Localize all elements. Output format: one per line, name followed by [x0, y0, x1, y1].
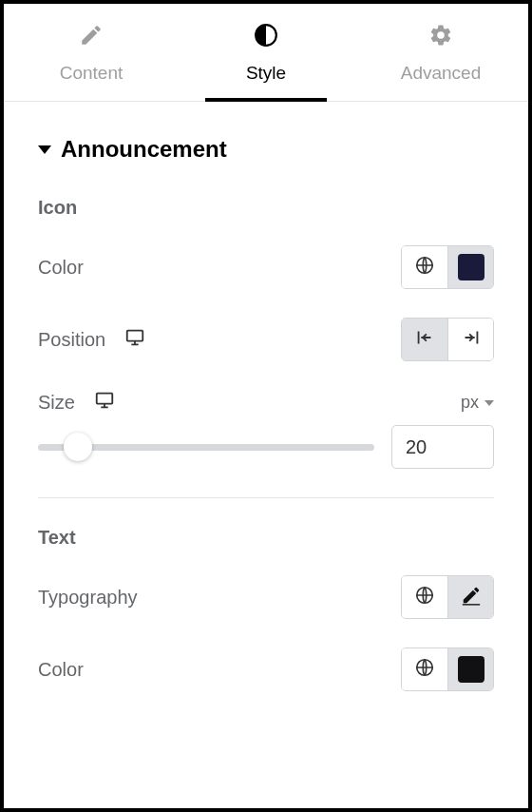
icon-group-label: Icon [38, 197, 494, 219]
position-right-button[interactable] [447, 319, 493, 360]
typography-global-button[interactable] [402, 576, 447, 618]
text-color-global-button[interactable] [402, 648, 447, 690]
text-color-swatch[interactable] [447, 648, 493, 690]
chevron-down-icon [484, 400, 494, 406]
globe-icon [414, 585, 435, 609]
tab-style[interactable]: Style [179, 4, 353, 101]
section-announcement-header[interactable]: Announcement [38, 136, 494, 163]
size-unit-select[interactable]: px [461, 393, 494, 413]
align-right-icon [461, 327, 482, 352]
tab-label: Style [246, 63, 286, 84]
tab-label: Content [60, 63, 124, 84]
globe-icon [414, 255, 435, 280]
svg-rect-2 [127, 330, 143, 340]
size-slider[interactable] [38, 444, 374, 451]
global-color-button[interactable] [402, 246, 447, 288]
typography-label: Typography [38, 587, 138, 609]
globe-icon [414, 657, 435, 682]
typography-edit-button[interactable] [447, 576, 493, 618]
pencil-icon [79, 23, 104, 51]
svg-rect-3 [97, 394, 113, 404]
divider [38, 497, 494, 498]
tab-label: Advanced [401, 63, 482, 84]
caret-down-icon [38, 145, 51, 154]
half-circle-icon [254, 23, 278, 51]
gear-icon [428, 23, 453, 51]
pencil-icon [461, 585, 482, 609]
color-swatch [458, 254, 484, 280]
desktop-icon[interactable] [94, 390, 115, 416]
icon-size-label: Size [38, 392, 75, 414]
text-group-label: Text [38, 527, 494, 549]
tab-content[interactable]: Content [4, 4, 179, 101]
unit-label: px [461, 393, 479, 413]
text-color-label: Color [38, 659, 84, 681]
position-left-button[interactable] [402, 319, 447, 360]
section-title: Announcement [61, 136, 227, 163]
icon-position-label: Position [38, 329, 105, 351]
icon-color-label: Color [38, 257, 84, 279]
size-input[interactable] [391, 425, 494, 469]
align-left-icon [414, 327, 435, 352]
color-swatch [458, 656, 484, 683]
tab-advanced[interactable]: Advanced [353, 4, 528, 101]
icon-color-swatch[interactable] [447, 246, 493, 288]
slider-thumb[interactable] [64, 433, 92, 461]
desktop-icon[interactable] [124, 327, 145, 353]
svg-rect-5 [462, 604, 479, 605]
